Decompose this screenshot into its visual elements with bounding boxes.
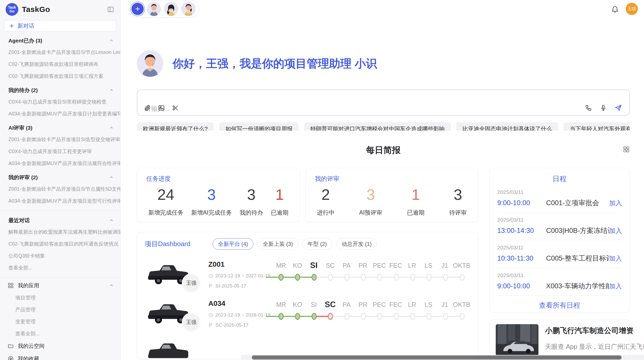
stat-value: 3	[454, 186, 462, 203]
project-dashboard-card: 项目Dashboard 全新平台 (4) 全新上装 (3) 年型 (2) 动总开…	[137, 232, 478, 359]
stat-label: 已逾期	[407, 209, 425, 217]
stage-dot	[410, 274, 415, 281]
schedule-event-title: X003-车辆动力学性能验...	[546, 281, 609, 291]
flag-milestone: SI-2025-05-17	[215, 283, 246, 289]
app-item-change[interactable]: 变更管理	[0, 316, 120, 328]
chevron-up-icon[interactable]	[109, 218, 114, 223]
cloud-space-label: 我的云空间	[18, 342, 45, 350]
sidebar-item[interactable]: C0X4-动力总成开发项目SI里程碑提交物检查	[0, 96, 120, 108]
horizontal-scrollbar-thumb[interactable]	[252, 355, 622, 359]
agent-avatar-3[interactable]	[181, 2, 196, 16]
stat-value: 1	[412, 186, 420, 203]
suggestion-chip[interactable]: 比亚迪全固态电池计划具体说了什么	[456, 122, 558, 131]
chevron-up-icon[interactable]	[109, 126, 114, 130]
image-icon[interactable]	[158, 104, 165, 111]
stage-dot	[377, 313, 382, 320]
sidebar-item[interactable]: Z001-全新燃油皮卡产品开发项目SI节点Lesson Learn报告	[0, 46, 120, 58]
microphone-icon[interactable]	[600, 104, 607, 111]
tab-all-new-platform[interactable]: 全新平台 (4)	[213, 238, 253, 250]
recent-chat-item[interactable]: 公司Q3轻卡销量	[0, 250, 120, 262]
project-name[interactable]: Z001	[208, 260, 269, 268]
stage-labels: MR KO SI SC PA PR PEC FEC LR LS	[273, 299, 470, 310]
chevron-up-icon[interactable]	[109, 175, 114, 180]
recent-view-all[interactable]: 查看全部...	[0, 262, 120, 274]
section-recent-chats[interactable]: 最近对话	[0, 212, 120, 226]
project-thumb: 王强	[145, 299, 192, 328]
news-image	[496, 324, 538, 356]
phone-icon[interactable]	[585, 104, 592, 111]
taskgo-logo: Task Go	[6, 3, 18, 16]
suggestion-chip[interactable]: 如何写一份清晰的项目周报	[219, 122, 299, 131]
project-flag: SC-2025-05-17	[208, 322, 269, 328]
join-link[interactable]: 加入	[609, 282, 622, 290]
sidebar-item-cloud-space[interactable]: 我的云空间	[0, 340, 120, 352]
schedule-time: 9:00-10:00	[497, 199, 546, 207]
sidebar-item[interactable]: C02-飞腾新能源轻客改款项目立项汇报方案	[0, 70, 120, 82]
sidebar-item[interactable]: A034-全新新能源MUV产品开发项目法规符合性评审	[0, 157, 120, 169]
sidebar-collapse-icon[interactable]	[107, 6, 114, 13]
sidebar-item[interactable]: Z001-全新燃油轻卡产品开发项目SI节点属性5D文件评审	[0, 183, 120, 195]
user-avatar[interactable]: 王强	[626, 3, 638, 15]
new-chat-label: 新对话	[18, 22, 34, 30]
briefing-title: 每日简报	[366, 145, 401, 155]
section-agent-done[interactable]: Agent已办 (3)	[0, 33, 120, 46]
stage-dot	[394, 313, 399, 320]
app-item-product[interactable]: 产品管理	[0, 304, 120, 316]
join-link[interactable]: 加入	[609, 254, 622, 263]
app-item-project[interactable]: 项目管理	[0, 292, 120, 304]
stage-label: KO	[289, 260, 305, 271]
section-ai-review[interactable]: AI评审 (3)	[0, 120, 120, 133]
agent-avatar-2[interactable]	[164, 2, 178, 16]
sidebar-item[interactable]: C0X4-动力总成开发项目工程变更评审	[0, 145, 120, 157]
sidebar-item[interactable]: Z001-全新燃油轻卡产品开发项目SI造型提交物评审	[0, 133, 120, 145]
news-title: 小鹏飞行汽车制造公司增资	[545, 326, 644, 336]
agent-avatar-1[interactable]	[147, 2, 161, 16]
chevron-up-icon[interactable]	[109, 38, 114, 43]
join-link[interactable]: 加入	[609, 227, 622, 235]
send-icon[interactable]	[614, 104, 622, 112]
stage-label: PR	[355, 299, 371, 310]
notification-bell-icon[interactable]	[611, 5, 619, 13]
recent-chat-item[interactable]: 解释最新出台的欧盟报废车法规再生塑料比例被调至15%...	[0, 226, 120, 238]
stage-dot-overdue	[328, 313, 333, 320]
join-link[interactable]: 加入	[609, 199, 622, 207]
suggestion-chip[interactable]: 欧洲新规最近颁布了什么?	[137, 122, 214, 131]
section-my-review[interactable]: 我的评审 (2)	[0, 169, 120, 183]
suggestion-chip[interactable]: 当下年轻人对汽车外观有怎样的喜好趋势	[564, 122, 630, 131]
apps-view-all[interactable]: 查看全部...	[0, 328, 120, 340]
sidebar-item[interactable]: A034-全新新能源MUV产品开发项目造型可行性评审	[0, 195, 120, 207]
chevron-up-icon[interactable]	[109, 88, 114, 93]
section-my-todo[interactable]: 我的待办 (2)	[0, 82, 120, 96]
add-conversation-button[interactable]	[131, 3, 144, 15]
stat-ai-done: 3 新增AI完成任务	[191, 186, 232, 217]
schedule-event-title: C003|H0B-方案冻结评审	[546, 226, 609, 235]
attachment-icon[interactable]	[144, 104, 151, 111]
section-label: 我的待办 (2)	[8, 87, 38, 94]
tab-new-body[interactable]: 全新上装 (3)	[257, 238, 298, 250]
stage-dot	[361, 313, 366, 320]
sidebar-item-my-apps[interactable]: 我的应用	[0, 279, 120, 292]
schedule-time: 10:30-11:30	[497, 254, 546, 262]
tab-year-model[interactable]: 年型 (2)	[302, 238, 332, 250]
stage-label: SC	[322, 260, 338, 271]
suggestion-chip[interactable]: 特朗普可能对进口汽车增税会对中国车企造成哪些影响	[304, 122, 451, 131]
sidebar-item[interactable]: C02-飞腾新能源轻客改款项目里程碑画布	[0, 58, 120, 70]
view-all-schedule-link[interactable]: 查看所有日程	[497, 301, 622, 310]
recent-chat-item[interactable]: C02-飞腾新能源轻客改款项目的闭环通告反馈情况	[0, 238, 120, 250]
sidebar-item-favorites[interactable]: 我的收藏	[0, 352, 120, 360]
sidebar-item[interactable]: A034-全新新能源MUV产品开发项目计划变更表编写	[0, 108, 120, 120]
layout-grid-icon[interactable]	[623, 146, 630, 153]
chevron-up-icon[interactable]	[109, 283, 114, 288]
project-name[interactable]: A034	[208, 299, 269, 308]
scissors-icon[interactable]	[172, 104, 179, 111]
stage-dot	[377, 274, 382, 281]
news-card[interactable]: 小鹏飞行汽车制造公司增资 天眼查 App 显示，近日广州汇天飞行汽...	[489, 319, 630, 360]
stage-dot	[279, 274, 284, 281]
stage-dot	[443, 274, 448, 281]
assistant-avatar	[137, 50, 163, 77]
stat-value: 3	[247, 186, 256, 203]
new-chat-button[interactable]: 新对话	[4, 20, 116, 32]
tab-powertrain[interactable]: 动总开发 (1)	[336, 238, 377, 250]
horizontal-scrollbar-track[interactable]	[241, 355, 644, 360]
stat-ai-prereview: 3 AI预评审	[359, 186, 382, 217]
